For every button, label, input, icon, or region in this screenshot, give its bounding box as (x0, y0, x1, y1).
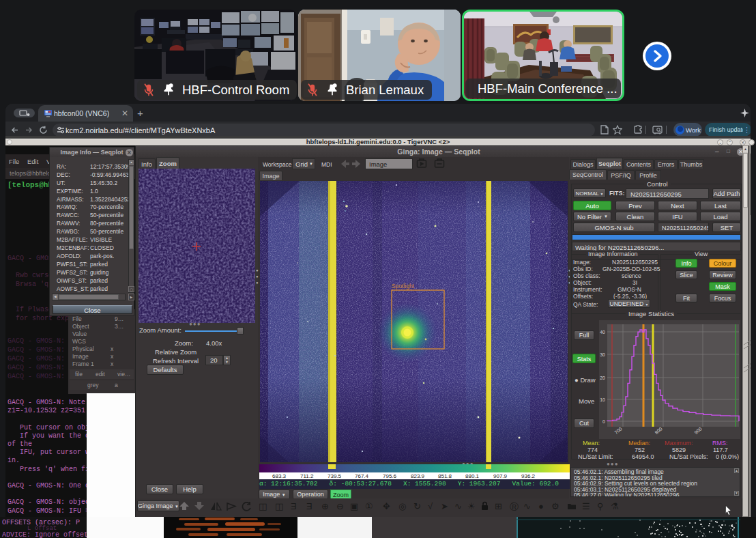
svg-text:800: 800 (654, 426, 663, 435)
svg-text:700: 700 (613, 426, 623, 435)
svg-text:20: 20 (600, 376, 605, 380)
svg-text:30: 30 (600, 352, 605, 357)
svg-text:0: 0 (602, 419, 605, 424)
svg-text:10: 10 (600, 397, 605, 402)
svg-text:Spotlight: Spotlight (392, 283, 415, 289)
svg-text:900: 900 (693, 426, 703, 435)
svg-text:40: 40 (600, 330, 605, 335)
